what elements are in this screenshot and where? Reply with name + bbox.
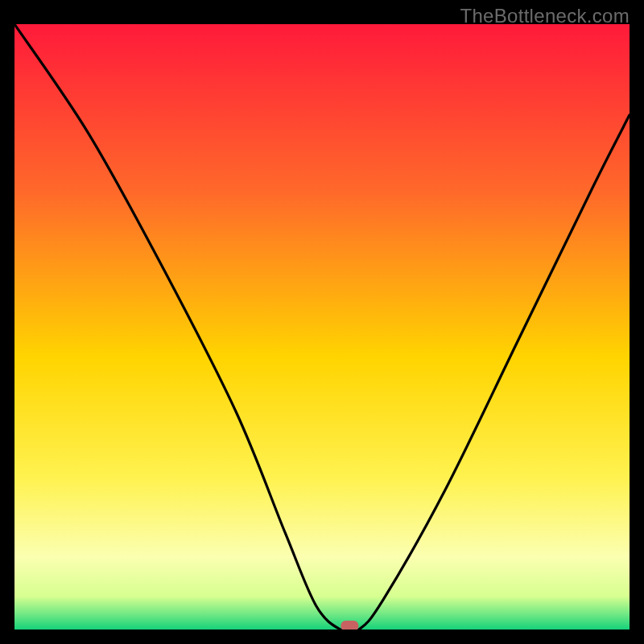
chart-frame	[14, 24, 630, 630]
optimum-marker	[341, 621, 358, 630]
bottleneck-chart	[14, 24, 630, 630]
chart-background	[14, 24, 630, 630]
